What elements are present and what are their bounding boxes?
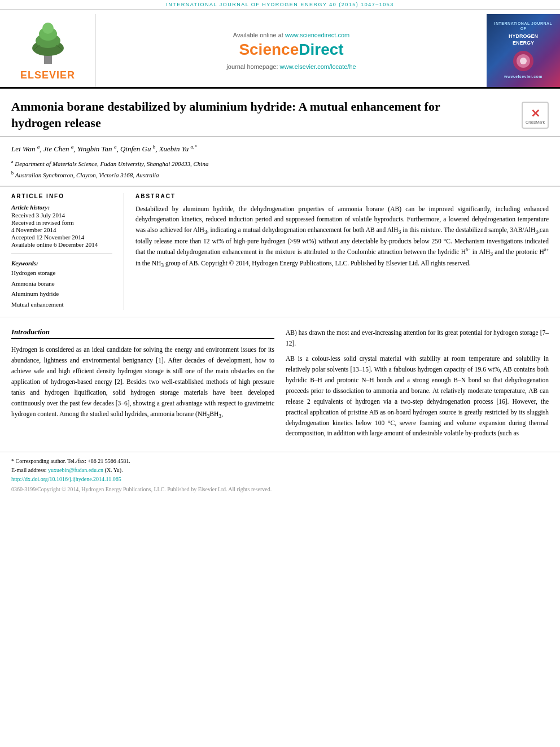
- intro-title: Introduction: [11, 327, 274, 339]
- page-header: ELSEVIER Available online at www.science…: [0, 10, 560, 89]
- journal-homepage: journal homepage: www.elsevier.com/locat…: [226, 63, 356, 70]
- article-info-header: ARTICLE INFO: [11, 193, 112, 199]
- available-date: Available online 6 December 2014: [11, 241, 112, 248]
- journal-banner: INTERNATIONAL JOURNAL OF HYDROGEN ENERGY…: [0, 0, 560, 10]
- received-revised-label: Received in revised form: [11, 219, 112, 226]
- elsevier-logo: ELSEVIER: [20, 17, 75, 81]
- sciencedirect-logo: ScienceDirect: [239, 41, 343, 59]
- affiliation-a: a Department of Materials Science, Fudan…: [11, 159, 549, 169]
- elsevier-tree-icon: [23, 17, 73, 68]
- two-col-body: Introduction Hydrogen is considered as a…: [11, 327, 549, 444]
- email-line: E-mail address: yuxuebin@fudan.edu.cn (X…: [11, 466, 549, 475]
- article-info-column: ARTICLE INFO Article history: Received 3…: [11, 193, 124, 310]
- abstract-text: Destabilized by aluminum hydride, the de…: [135, 204, 549, 270]
- keywords-section: Keywords: Hydrogen storage Ammonia boran…: [11, 260, 112, 310]
- hydrogen-icon: [512, 50, 535, 72]
- journal-volume: www.elsevier.com: [504, 75, 542, 79]
- journal-url[interactable]: www.elsevier.com/locate/he: [280, 63, 356, 70]
- article-title: Ammonia borane destabilized by aluminium…: [11, 99, 474, 131]
- abstract-header: ABSTRACT: [135, 193, 549, 199]
- keywords-label: Keywords:: [11, 260, 112, 267]
- elsevier-logo-section: ELSEVIER: [0, 14, 96, 87]
- crossmark-badge: ✕ CrossMark: [522, 102, 549, 129]
- keyword-1: Hydrogen storage: [11, 268, 112, 278]
- elsevier-wordmark: ELSEVIER: [20, 69, 75, 81]
- available-online-text: Available online at www.sciencedirect.co…: [233, 32, 349, 38]
- authors-section: Lei Wan a, Jie Chen a, Yingbin Tan a, Qi…: [0, 137, 560, 186]
- article-history: Article history: Received 3 July 2014 Re…: [11, 204, 112, 248]
- body-right-text: AB) has drawn the most and ever-increasi…: [286, 327, 549, 439]
- body-content: Introduction Hydrogen is considered as a…: [0, 317, 560, 444]
- body-right-col: AB) has drawn the most and ever-increasi…: [286, 327, 549, 444]
- footer-note: * Corresponding author. Tel./fax: +86 21…: [11, 457, 549, 484]
- article-title-section: Ammonia borane destabilized by aluminium…: [0, 89, 560, 137]
- affiliations: a Department of Materials Science, Fudan…: [11, 159, 549, 181]
- doi-line: http://dx.doi.org/10.1016/j.ijhydene.201…: [11, 475, 549, 484]
- authors: Lei Wan a, Jie Chen a, Yingbin Tan a, Qi…: [11, 144, 549, 154]
- crossmark-label: CrossMark: [526, 120, 545, 124]
- crossmark-icon: ✕: [531, 107, 540, 120]
- keywords-list: Hydrogen storage Ammonia borane Aluminum…: [11, 268, 112, 310]
- article-info-abstract: ARTICLE INFO Article history: Received 3…: [0, 186, 560, 317]
- footer: * Corresponding author. Tel./fax: +86 21…: [0, 452, 560, 497]
- doi-link[interactable]: http://dx.doi.org/10.1016/j.ijhydene.201…: [11, 476, 121, 482]
- body-left-col: Introduction Hydrogen is considered as a…: [11, 327, 274, 444]
- journal-cover-top-text: INTERNATIONAL JOURNAL OF: [491, 21, 555, 31]
- journal-title: INTERNATIONAL JOURNAL OF HYDROGEN ENERGY…: [166, 2, 394, 7]
- received-date: Received 3 July 2014: [11, 212, 112, 219]
- author-email[interactable]: yuxuebin@fudan.edu.cn: [48, 467, 103, 473]
- keyword-4: Mutual enhancement: [11, 299, 112, 310]
- article-history-label: Article history:: [11, 204, 112, 211]
- intro-text: Hydrogen is considered as an ideal candi…: [11, 344, 274, 421]
- corresponding-author: * Corresponding author. Tel./fax: +86 21…: [11, 457, 549, 466]
- svg-point-9: [520, 58, 527, 64]
- journal-cover: INTERNATIONAL JOURNAL OF HYDROGENENERGY …: [487, 14, 560, 87]
- copyright-notice: 0360-3199/Copyright © 2014, Hydrogen Ene…: [11, 486, 549, 492]
- affiliation-b: b Australian Synchrotron, Clayton, Victo…: [11, 170, 549, 180]
- journal-cover-title: HYDROGENENERGY: [509, 33, 538, 46]
- sciencedirect-url[interactable]: www.sciencedirect.com: [285, 32, 349, 38]
- received-revised-date: 4 November 2014: [11, 226, 112, 233]
- svg-point-4: [42, 23, 54, 34]
- abstract-column: ABSTRACT Destabilized by aluminum hydrid…: [124, 193, 549, 310]
- accepted-date: Accepted 12 November 2014: [11, 234, 112, 241]
- keyword-2: Ammonia borane: [11, 278, 112, 289]
- keyword-3: Aluminum hydride: [11, 289, 112, 299]
- header-center: Available online at www.sciencedirect.co…: [96, 14, 487, 87]
